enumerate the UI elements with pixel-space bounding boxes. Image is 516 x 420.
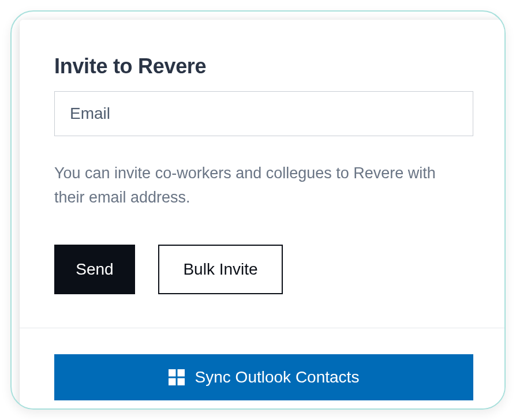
microsoft-icon: [169, 369, 185, 385]
bulk-invite-button[interactable]: Bulk Invite: [158, 245, 283, 294]
page-title: Invite to Revere: [54, 54, 473, 78]
invite-frame: Invite to Revere You can invite co-worke…: [10, 10, 506, 410]
sync-section: Sync Outlook Contacts: [54, 354, 473, 400]
sync-outlook-button[interactable]: Sync Outlook Contacts: [54, 354, 473, 400]
sync-outlook-label: Sync Outlook Contacts: [195, 368, 360, 387]
button-row: Send Bulk Invite: [54, 245, 473, 294]
invite-card: Invite to Revere You can invite co-worke…: [20, 20, 506, 410]
svg-rect-1: [177, 369, 185, 377]
card-body: Invite to Revere You can invite co-worke…: [20, 20, 506, 294]
svg-rect-3: [177, 378, 185, 386]
help-text: You can invite co-workers and collegues …: [54, 162, 458, 210]
divider: [20, 328, 506, 328]
svg-rect-0: [169, 369, 176, 377]
send-button[interactable]: Send: [54, 245, 135, 294]
svg-rect-2: [169, 378, 176, 386]
email-field[interactable]: [54, 91, 473, 136]
